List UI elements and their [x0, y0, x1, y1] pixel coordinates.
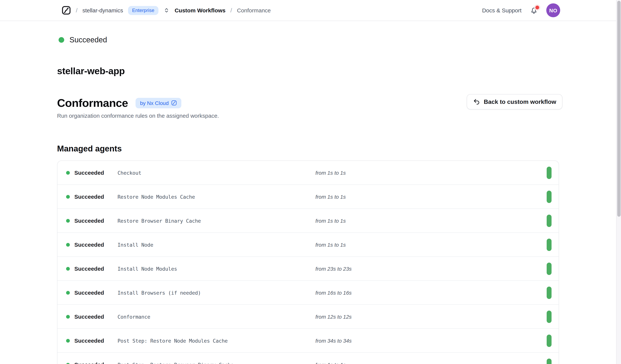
agent-step-name: Install Browsers (if needed): [118, 290, 201, 296]
nx-cloud-badge-icon: [171, 100, 177, 106]
agent-status-label: Succeeded: [74, 265, 104, 272]
agent-row[interactable]: Succeeded Post Step: Restore Browser Bin…: [57, 352, 559, 364]
agent-status-dot: [66, 315, 70, 318]
agent-status-label: Succeeded: [74, 241, 104, 248]
workspace-switcher-icon[interactable]: [164, 7, 169, 13]
agent-status-dot: [66, 363, 70, 364]
agent-progress-bar: [547, 238, 552, 251]
status-label: Succeeded: [69, 36, 107, 44]
agent-row[interactable]: Succeeded Restore Node Modules Cache fro…: [57, 184, 559, 208]
agent-status-label: Succeeded: [74, 313, 104, 320]
agent-status-dot: [66, 267, 70, 270]
agent-time-range: from 12s to 12s: [315, 314, 352, 320]
agent-step-name: Restore Node Modules Cache: [118, 194, 195, 200]
agent-time-range: from 1s to 1s: [315, 362, 346, 364]
breadcrumb-separator: /: [230, 7, 232, 14]
agent-row[interactable]: Succeeded Restore Browser Binary Cache f…: [57, 208, 559, 232]
workflow-title: Conformance: [57, 97, 128, 110]
agent-time-range: from 1s to 1s: [315, 242, 346, 248]
notification-dot: [535, 5, 539, 9]
agent-status-label: Succeeded: [74, 217, 104, 224]
agent-status-dot: [66, 171, 70, 174]
nx-cloud-page: / stellar-dynamics Enterprise Custom Wor…: [0, 0, 621, 364]
agent-progress-bar: [547, 262, 552, 275]
agent-status-label: Succeeded: [74, 337, 104, 344]
bell-icon[interactable]: [530, 6, 538, 15]
notification-halo: [534, 4, 540, 10]
agent-time-range: from 23s to 23s: [315, 266, 352, 272]
agent-step-name: Post Step: Restore Node Modules Cache: [118, 338, 228, 344]
agent-status-dot: [66, 291, 70, 294]
status-dot: [59, 37, 64, 43]
managed-agents-heading: Managed agents: [57, 144, 122, 154]
agent-status-label: Succeeded: [74, 361, 104, 364]
nx-cloud-badge-label: by Nx Cloud: [140, 100, 169, 106]
agent-progress-bar: [547, 166, 552, 179]
scrollbar-thumb[interactable]: [617, 1, 621, 217]
avatar[interactable]: NO: [546, 3, 560, 17]
agent-status-dot: [66, 339, 70, 342]
agent-time-range: from 16s to 16s: [315, 290, 352, 296]
breadcrumb: / stellar-dynamics Enterprise Custom Wor…: [62, 6, 271, 15]
agent-step-name: Restore Browser Binary Cache: [118, 218, 201, 224]
run-status: Succeeded: [59, 36, 107, 44]
agent-time-range: from 1s to 1s: [315, 194, 346, 200]
agent-status-label: Succeeded: [74, 289, 104, 296]
scrollbar-track[interactable]: [616, 0, 621, 364]
breadcrumb-separator: /: [76, 7, 78, 14]
plan-badge: Enterprise: [128, 6, 159, 15]
agent-step-name: Post Step: Restore Browser Binary Cache: [118, 362, 234, 364]
agent-status-label: Succeeded: [74, 193, 104, 200]
docs-support-link[interactable]: Docs & Support: [482, 7, 521, 14]
agent-status-dot: [66, 243, 70, 246]
agent-row[interactable]: Succeeded Install Browsers (if needed) f…: [57, 280, 559, 304]
agent-row[interactable]: Succeeded Install Node from 1s to 1s: [57, 232, 559, 256]
agent-status-dot: [66, 195, 70, 199]
breadcrumb-page: Conformance: [237, 7, 271, 14]
back-to-custom-workflow-button[interactable]: Back to custom workflow: [467, 94, 562, 110]
breadcrumb-org[interactable]: stellar-dynamics: [82, 7, 123, 14]
agent-row[interactable]: Succeeded Conformance from 12s to 12s: [57, 304, 559, 328]
back-button-label: Back to custom workflow: [484, 98, 556, 105]
workspace-title: stellar-web-app: [57, 66, 125, 77]
agent-status-dot: [66, 219, 70, 222]
navbar-right-cluster: Docs & Support NO: [482, 3, 560, 17]
agent-progress-bar: [547, 334, 552, 347]
agent-progress-bar: [547, 214, 552, 227]
undo-arrow-icon: [473, 98, 480, 105]
agent-progress-bar: [547, 190, 552, 203]
agent-row[interactable]: Succeeded Install Node Modules from 23s …: [57, 256, 559, 280]
agent-progress-bar: [547, 286, 552, 299]
agent-step-name: Install Node Modules: [118, 266, 177, 272]
agent-step-name: Install Node: [118, 242, 153, 248]
workflow-description: Run organization conformance rules on th…: [57, 112, 219, 119]
agent-time-range: from 1s to 1s: [315, 170, 346, 176]
agent-progress-bar: [547, 310, 552, 323]
nx-cloud-badge[interactable]: by Nx Cloud: [136, 98, 182, 108]
agent-progress-bar: [547, 358, 552, 364]
breadcrumb-section[interactable]: Custom Workflows: [174, 7, 225, 14]
agent-status-label: Succeeded: [74, 169, 104, 176]
agent-row[interactable]: Succeeded Post Step: Restore Node Module…: [57, 328, 559, 352]
agent-time-range: from 34s to 34s: [315, 338, 352, 344]
agent-time-range: from 1s to 1s: [315, 218, 346, 224]
agent-row[interactable]: Succeeded Checkout from 1s to 1s: [57, 161, 559, 184]
top-navbar: / stellar-dynamics Enterprise Custom Wor…: [0, 0, 621, 21]
nx-logo-icon[interactable]: [62, 6, 71, 15]
managed-agents-card: Succeeded Checkout from 1s to 1s Succeed…: [57, 160, 559, 364]
agent-step-name: Checkout: [118, 170, 141, 176]
agent-step-name: Conformance: [118, 314, 150, 320]
